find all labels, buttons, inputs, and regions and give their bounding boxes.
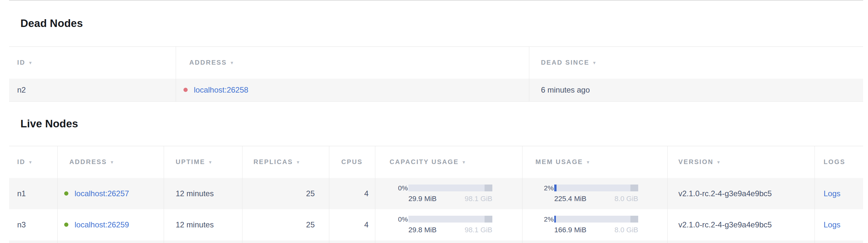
- usage-bar-fill: [554, 216, 556, 222]
- usage-bar-capacity: 0%29.9 MiB98.1 GiB: [398, 184, 492, 203]
- status-dot-icon: [64, 222, 68, 227]
- column-header-label: REPLICAS: [253, 158, 293, 166]
- sort-desc-icon: ▼: [28, 160, 32, 165]
- cell-address: localhost:26260: [57, 240, 164, 243]
- usage-bar-track: [554, 216, 638, 222]
- column-header-id[interactable]: ID▼: [9, 47, 176, 79]
- usage-labels: 29.9 MiB98.1 GiB: [408, 195, 492, 203]
- column-header-label: ADDRESS: [69, 158, 107, 166]
- cell-dead_since: 6 minutes ago: [529, 79, 863, 101]
- usage-labels: 166.9 MiB8.0 GiB: [554, 226, 638, 234]
- live-node-row: n1localhost:2625712 minutes2540%29.9 MiB…: [9, 178, 863, 209]
- column-header-label: ID: [17, 59, 25, 66]
- used-value: 166.9 MiB: [554, 226, 586, 234]
- column-header-address[interactable]: ADDRESS▼: [57, 146, 164, 178]
- cell-uptime: 6 minutes: [164, 240, 242, 243]
- cell-address: localhost:26259: [57, 209, 164, 240]
- nodes-overview-page: Dead Nodes ID▼ADDRESS▼DEAD SINCE▼n2local…: [9, 0, 863, 243]
- live-header-row: ID▼ADDRESS▼UPTIME▼REPLICAS▼CPUSCAPACITY …: [9, 146, 863, 178]
- dead-header-row: ID▼ADDRESS▼DEAD SINCE▼: [9, 47, 863, 79]
- logs-link[interactable]: Logs: [824, 220, 840, 230]
- column-header-label: ID: [17, 158, 25, 166]
- usage-bar-track: [408, 216, 492, 222]
- column-header-address[interactable]: ADDRESS▼: [176, 47, 529, 79]
- cell-version: v2.1.0-rc.2-4-g3e9a4e9bc5: [668, 209, 814, 240]
- usage-bar-line: 0%: [398, 184, 492, 192]
- sort-desc-icon: ▼: [716, 160, 720, 165]
- usage-bar-track: [554, 185, 638, 191]
- cell-replicas: 25: [242, 240, 329, 243]
- live-node-row: n3localhost:2625912 minutes2540%29.8 MiB…: [9, 209, 863, 240]
- status-dot-icon: [183, 88, 188, 92]
- cell-logs: Logs: [814, 209, 863, 240]
- column-header-logs: LOGS: [814, 146, 863, 178]
- sort-desc-icon: ▼: [592, 60, 596, 65]
- usage-percent: 2%: [544, 184, 554, 192]
- column-header-label: LOGS: [824, 158, 845, 166]
- cell-memory: 2%225.4 MiB8.0 GiB: [522, 178, 668, 209]
- sort-desc-icon: ▼: [296, 160, 300, 165]
- cell-value: 4: [364, 189, 369, 198]
- usage-bar-endcap: [630, 185, 638, 191]
- dead-nodes-title: Dead Nodes: [9, 9, 863, 37]
- cell-memory: 1%134.3 MiB8.0 GiB: [522, 240, 668, 243]
- total-value: 8.0 GiB: [615, 195, 638, 203]
- sort-desc-icon: ▼: [586, 160, 590, 165]
- logs-link[interactable]: Logs: [824, 189, 840, 198]
- usage-bar-memory: 2%166.9 MiB8.0 GiB: [544, 215, 638, 234]
- usage-percent: 0%: [398, 184, 408, 192]
- cell-replicas: 25: [242, 209, 329, 240]
- cell-logs: Logs: [814, 178, 863, 209]
- cell-replicas: 25: [242, 178, 329, 209]
- dead-nodes-table: ID▼ADDRESS▼DEAD SINCE▼n2localhost:262586…: [9, 47, 863, 102]
- cell-value: 25: [306, 220, 315, 230]
- usage-bar-line: 0%: [398, 215, 492, 223]
- column-header-uptime[interactable]: UPTIME▼: [164, 146, 242, 178]
- live-nodes-table: ID▼ADDRESS▼UPTIME▼REPLICAS▼CPUSCAPACITY …: [9, 146, 863, 243]
- usage-labels: 225.4 MiB8.0 GiB: [554, 195, 638, 203]
- cell-address: localhost:26257: [57, 178, 164, 209]
- column-header-cpus: CPUS: [329, 146, 375, 178]
- sort-desc-icon: ▼: [110, 160, 114, 165]
- cell-capacity: 0%8.4 MiB98.0 GiB: [375, 240, 522, 243]
- live-node-row: n4localhost:262606 minutes2540%8.4 MiB98…: [9, 240, 863, 243]
- dead-node-row: n2localhost:262586 minutes ago: [9, 79, 863, 102]
- usage-bar-memory: 2%225.4 MiB8.0 GiB: [544, 184, 638, 203]
- cell-value: n1: [17, 189, 26, 198]
- column-header-label: DEAD SINCE: [541, 59, 589, 66]
- cell-logs: Logs: [814, 240, 863, 243]
- cell-value: n3: [17, 220, 26, 230]
- address-link[interactable]: localhost:26258: [194, 85, 248, 94]
- cell-id: n4: [9, 240, 57, 243]
- column-header-label: CPUS: [341, 158, 363, 166]
- usage-bar-fill: [554, 185, 557, 191]
- dead-nodes-section: Dead Nodes ID▼ADDRESS▼DEAD SINCE▼n2local…: [9, 9, 863, 101]
- column-header-dead_since[interactable]: DEAD SINCE▼: [529, 47, 863, 79]
- address-link[interactable]: localhost:26259: [74, 220, 129, 230]
- total-value: 98.1 GiB: [464, 195, 492, 203]
- sort-desc-icon: ▼: [208, 160, 212, 165]
- used-value: 29.8 MiB: [408, 226, 437, 234]
- cell-cpus: 4: [329, 178, 375, 209]
- cell-id: n3: [9, 209, 57, 240]
- column-header-label: ADDRESS: [189, 59, 227, 66]
- cell-id: n2: [9, 79, 176, 101]
- column-header-memory[interactable]: MEM USAGE▼: [522, 146, 668, 178]
- total-value: 8.0 GiB: [615, 226, 638, 234]
- address-link[interactable]: localhost:26257: [74, 189, 129, 198]
- column-header-id[interactable]: ID▼: [9, 146, 57, 178]
- status-dot-icon: [64, 191, 68, 195]
- column-header-label: MEM USAGE: [535, 158, 583, 166]
- used-value: 225.4 MiB: [554, 195, 586, 203]
- usage-bar-capacity: 0%29.8 MiB98.1 GiB: [398, 215, 492, 234]
- usage-bar-track: [408, 185, 492, 191]
- usage-percent: 0%: [398, 215, 408, 223]
- column-header-capacity[interactable]: CAPACITY USAGE▼: [375, 146, 522, 178]
- sort-desc-icon: ▼: [28, 60, 32, 65]
- column-header-label: CAPACITY USAGE: [390, 158, 459, 166]
- column-header-version[interactable]: VERSION▼: [668, 146, 814, 178]
- cell-value: 25: [306, 189, 315, 198]
- column-header-replicas[interactable]: REPLICAS▼: [242, 146, 329, 178]
- cell-id: n1: [9, 178, 57, 209]
- usage-labels: 29.8 MiB98.1 GiB: [408, 226, 492, 234]
